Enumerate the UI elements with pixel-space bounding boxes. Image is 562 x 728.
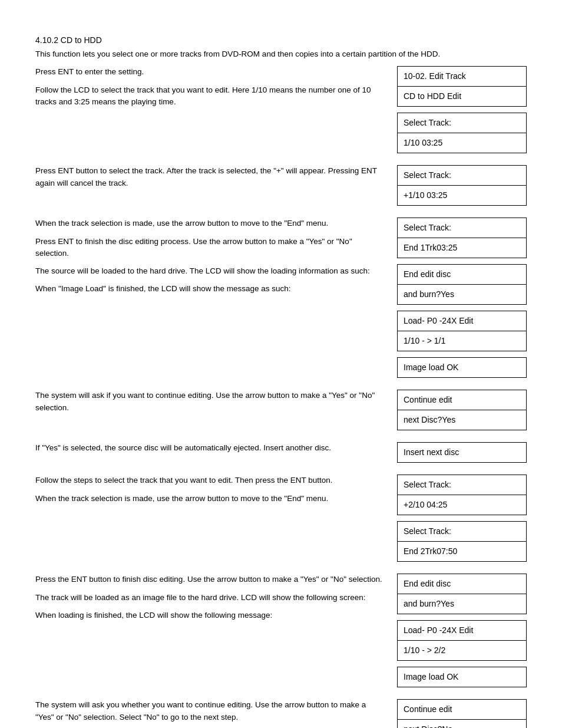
lcd-panel-14: Image load OK (397, 667, 527, 687)
para-1: Press ENT to enter the setting. (35, 66, 385, 78)
para-13: The track will be loaded as an image fil… (35, 592, 385, 604)
lcd-panel-10-line1: Select Track: (397, 475, 527, 495)
left-text-3: When the track selection is made, use th… (35, 218, 385, 384)
lcd-panel-3-line1: Select Track: (397, 165, 527, 186)
right-panels-1: 10-02. Edit Track CD to HDD Edit Select … (397, 66, 527, 159)
lcd-panel-8-line1: Continue edit (397, 390, 527, 410)
left-text-7: Press the ENT button to finish disc edit… (35, 574, 385, 693)
left-text-2: Press ENT button to select the track. Af… (35, 165, 385, 212)
lcd-panel-4-line1: Select Track: (397, 218, 527, 238)
lcd-panel-1-line1: 10-02. Edit Track (397, 66, 527, 87)
lcd-panel-2-line2: 1/10 03:25 (397, 133, 527, 153)
lcd-panel-4-line2: End 1Trk03:25 (397, 238, 527, 258)
left-text-1: Press ENT to enter the setting. Follow t… (35, 66, 385, 159)
para-14: When loading is finished, the LCD will s… (35, 610, 385, 621)
lcd-panel-9: Insert next disc (397, 442, 527, 463)
lcd-panel-12-line1: End edit disc (397, 574, 527, 594)
lcd-panel-6-line1: Load- P0 -24X Edit (397, 311, 527, 331)
para-5: Press ENT to finish the disc editing pro… (35, 236, 385, 260)
lcd-panel-15-line2: next Disc?No (397, 720, 527, 728)
page-container: 4.10.2 CD to HDD This function lets you … (0, 0, 562, 728)
lcd-group-15: Continue edit next Disc?No (397, 699, 527, 728)
lcd-group-3: Select Track: +1/10 03:25 (397, 165, 527, 206)
right-panels-5: Insert next disc (397, 442, 527, 469)
right-panels-3: Select Track: End 1Trk03:25 End edit dis… (397, 218, 527, 384)
right-panels-4: Continue edit next Disc?Yes (397, 390, 527, 436)
para-12: Press the ENT button to finish disc edit… (35, 574, 385, 585)
right-panels-8: Continue edit next Disc?No (397, 699, 527, 728)
lcd-group-4: Select Track: End 1Trk03:25 (397, 218, 527, 258)
right-panels-7: End edit disc and burn?Yes Load- P0 -24X… (397, 574, 527, 693)
left-text-6: Follow the steps to select the track tha… (35, 475, 385, 568)
lcd-panel-6-line2: 1/10 - > 1/1 (397, 331, 527, 351)
para-11: When the track selection is made, use th… (35, 493, 385, 505)
lcd-group-2: Select Track: 1/10 03:25 (397, 113, 527, 153)
lcd-group-6: Load- P0 -24X Edit 1/10 - > 1/1 (397, 311, 527, 351)
lcd-panel-12-line2: and burn?Yes (397, 594, 527, 614)
lcd-group-8: Continue edit next Disc?Yes (397, 390, 527, 430)
right-panels-6: Select Track: +2/10 04:25 Select Track: … (397, 475, 527, 568)
intro-text: This function lets you select one or mor… (35, 48, 527, 60)
left-text-8: The system will ask you whether you want… (35, 699, 385, 728)
para-10: Follow the steps to select the track tha… (35, 475, 385, 486)
lcd-panel-1-line2: CD to HDD Edit (397, 87, 527, 107)
lcd-panel-7: Image load OK (397, 357, 527, 378)
lcd-panel-2-line1: Select Track: (397, 113, 527, 133)
lcd-panel-11-line1: Select Track: (397, 521, 527, 542)
lcd-panel-13-line2: 1/10 - > 2/2 (397, 641, 527, 661)
para-2: Follow the LCD to select the track that … (35, 84, 385, 108)
lcd-panel-15-line1: Continue edit (397, 699, 527, 720)
para-7: When "Image Load" is finished, the LCD w… (35, 283, 385, 295)
lcd-group-12: End edit disc and burn?Yes (397, 574, 527, 614)
para-4: When the track selection is made, use th… (35, 218, 385, 229)
para-6: The source will be loaded to the hard dr… (35, 265, 385, 277)
lcd-panel-8-line2: next Disc?Yes (397, 410, 527, 430)
para-9: If "Yes" is selected, the source disc wi… (35, 442, 385, 454)
lcd-panel-10-line2: +2/10 04:25 (397, 495, 527, 515)
para-8: The system will ask if you want to conti… (35, 390, 385, 414)
lcd-group-10: Select Track: +2/10 04:25 (397, 475, 527, 515)
lcd-panel-3-line2: +1/10 03:25 (397, 186, 527, 206)
right-panels-2: Select Track: +1/10 03:25 (397, 165, 527, 212)
lcd-panel-5-line1: End edit disc (397, 264, 527, 285)
lcd-group-1: 10-02. Edit Track CD to HDD Edit (397, 66, 527, 107)
section-title: 4.10.2 CD to HDD (35, 35, 527, 45)
left-text-5: If "Yes" is selected, the source disc wi… (35, 442, 385, 469)
lcd-group-5: End edit disc and burn?Yes (397, 264, 527, 305)
lcd-panel-5-line2: and burn?Yes (397, 285, 527, 305)
lcd-panel-13-line1: Load- P0 -24X Edit (397, 620, 527, 641)
lcd-group-13: Load- P0 -24X Edit 1/10 - > 2/2 (397, 620, 527, 661)
lcd-group-11: Select Track: End 2Trk07:50 (397, 521, 527, 562)
para-15: The system will ask you whether you want… (35, 699, 385, 723)
lcd-panel-11-line2: End 2Trk07:50 (397, 542, 527, 562)
left-text-4: The system will ask if you want to conti… (35, 390, 385, 436)
para-3: Press ENT button to select the track. Af… (35, 165, 385, 189)
